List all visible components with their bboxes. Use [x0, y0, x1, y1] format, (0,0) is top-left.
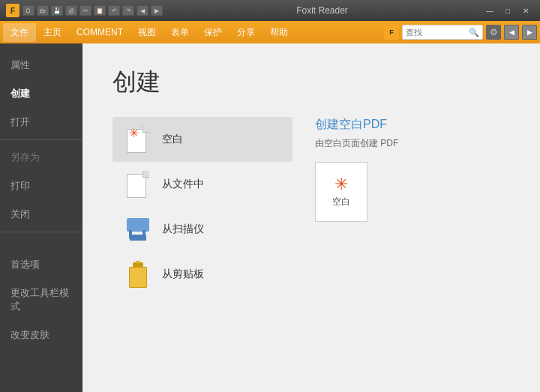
content-area: 创建 ✳ 空白: [82, 43, 540, 392]
thumb-label: 空白: [332, 196, 350, 208]
create-option-blank[interactable]: ✳ 空白: [112, 117, 292, 162]
sidebar-item-preferences[interactable]: 首选项: [0, 250, 82, 279]
foxit-logo-icon: F: [384, 25, 399, 40]
menu-item-protect[interactable]: 保护: [196, 23, 230, 42]
new-file-icon[interactable]: 🗋: [22, 5, 34, 16]
close-button[interactable]: ✕: [518, 4, 534, 16]
nav-prev-button[interactable]: ◀: [504, 25, 519, 40]
menu-item-form[interactable]: 表单: [164, 23, 196, 42]
sidebar-item-change-skin[interactable]: 改变皮肤: [0, 321, 82, 349]
sidebar-group-settings: 首选项 更改工具栏模式 改变皮肤: [0, 250, 82, 349]
search-icon: 🔍: [469, 28, 479, 37]
search-input[interactable]: [406, 28, 466, 37]
main-layout: 属性 创建 打开 另存为 打印 关闭 首选项 更改工具栏模式 改变皮肤 创建: [0, 43, 540, 392]
from-scanner-option-label: 从扫描仪: [162, 223, 204, 236]
app-logo: F: [6, 4, 20, 17]
sidebar-item-saveas[interactable]: 另存为: [0, 143, 82, 172]
thumb-star-icon: ✳: [334, 176, 348, 193]
sidebar-separator-2: [0, 232, 82, 232]
title-bar-left: F 🗋 🗁 💾 🖨 ✂ 📋 ↶ ↷ ◀ ▶: [6, 4, 163, 17]
blank-option-icon: ✳: [124, 126, 152, 153]
search-box: 🔍: [402, 25, 483, 40]
back-icon[interactable]: ◀: [136, 5, 148, 16]
print-icon[interactable]: 🖨: [65, 5, 77, 16]
menu-bar-right: F 🔍 ⚙ ◀ ▶: [384, 25, 537, 40]
title-bar: F 🗋 🗁 💾 🖨 ✂ 📋 ↶ ↷ ◀ ▶ Foxit Reader — □ ✕: [0, 0, 540, 21]
page-title: 创建: [112, 66, 510, 99]
create-option-from-file[interactable]: 从文件中: [112, 162, 292, 207]
preview-panel: 创建空白PDF 由空白页面创建 PDF ✳ 空白: [292, 117, 510, 297]
menu-item-share[interactable]: 分享: [230, 23, 262, 42]
from-file-option-label: 从文件中: [162, 178, 204, 191]
sidebar-item-print[interactable]: 打印: [0, 172, 82, 200]
open-file-icon[interactable]: 🗁: [37, 5, 49, 16]
menu-item-view[interactable]: 视图: [130, 23, 164, 42]
menu-item-help[interactable]: 帮助: [262, 23, 296, 42]
create-option-from-scanner[interactable]: 从扫描仪: [112, 207, 292, 252]
window-title: Foxit Reader: [163, 5, 482, 16]
restore-button[interactable]: □: [500, 4, 516, 16]
toolbar-icons: 🗋 🗁 💾 🖨 ✂ 📋 ↶ ↷ ◀ ▶: [22, 5, 163, 16]
from-clipboard-option-label: 从剪贴板: [162, 268, 204, 281]
from-clipboard-option-icon: [124, 261, 152, 288]
save-icon[interactable]: 💾: [51, 5, 63, 16]
sidebar-item-properties[interactable]: 属性: [0, 51, 82, 79]
menu-item-comment[interactable]: COMMENT: [69, 24, 130, 40]
preview-description: 由空白页面创建 PDF: [315, 137, 488, 150]
undo-icon[interactable]: ↶: [108, 5, 120, 16]
sidebar-item-close[interactable]: 关闭: [0, 200, 82, 229]
window-controls: — □ ✕: [482, 4, 534, 16]
menu-bar: 文件 主页 COMMENT 视图 表单 保护 分享 帮助 F 🔍 ⚙ ◀ ▶: [0, 21, 540, 43]
sidebar-item-create[interactable]: 创建: [0, 79, 82, 108]
create-panel: ✳ 空白 从文件中: [112, 117, 510, 297]
menu-item-home[interactable]: 主页: [36, 23, 69, 42]
copy-icon[interactable]: 📋: [94, 5, 106, 16]
from-scanner-option-icon: [124, 216, 152, 243]
from-file-option-icon: [124, 171, 152, 198]
blank-option-label: 空白: [162, 133, 183, 146]
minimize-button[interactable]: —: [482, 4, 498, 16]
gear-icon[interactable]: ⚙: [486, 25, 501, 40]
sidebar: 属性 创建 打开 另存为 打印 关闭 首选项 更改工具栏模式 改变皮肤: [0, 43, 82, 392]
create-options-list: ✳ 空白 从文件中: [112, 117, 292, 297]
sidebar-item-change-toolbar[interactable]: 更改工具栏模式: [0, 279, 82, 321]
cut-icon[interactable]: ✂: [80, 5, 92, 16]
create-option-from-clipboard[interactable]: 从剪贴板: [112, 252, 292, 297]
preview-thumbnail[interactable]: ✳ 空白: [315, 162, 368, 222]
menu-item-file[interactable]: 文件: [3, 23, 36, 42]
sidebar-item-open[interactable]: 打开: [0, 108, 82, 136]
preview-title: 创建空白PDF: [315, 117, 488, 133]
redo-icon[interactable]: ↷: [122, 5, 134, 16]
nav-next-button[interactable]: ▶: [522, 25, 537, 40]
sidebar-separator-1: [0, 139, 82, 140]
forward-icon[interactable]: ▶: [151, 5, 163, 16]
